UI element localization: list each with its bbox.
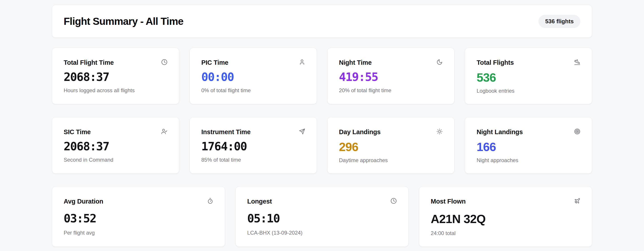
card-value: 296	[339, 140, 443, 154]
card-title: PIC Time	[201, 58, 228, 66]
card-sic-time: SIC Time 2068:37 Second in Command	[52, 117, 179, 174]
plane-icon	[574, 198, 580, 204]
card-night-time: Night Time 419:55 20% of total flight ti…	[327, 48, 454, 104]
card-subtitle: 0% of total flight time	[201, 87, 305, 94]
user-check-icon	[161, 128, 168, 134]
stats-grid-main: Total Flight Time 2068:37 Hours logged a…	[52, 48, 592, 174]
moon-icon	[436, 59, 443, 65]
card-subtitle: Hours logged across all flights	[64, 87, 168, 94]
stats-grid-bottom: Avg Duration 03:52 Per flight avg Longes…	[52, 186, 592, 247]
card-title: Total Flights	[476, 58, 514, 66]
card-value: 05:10	[247, 212, 397, 225]
card-longest: Longest 05:10 LCA-BHX (13-09-2024)	[236, 186, 409, 247]
card-value: 03:52	[64, 212, 213, 225]
card-value: A21N 32Q	[431, 212, 580, 226]
card-most-flown: Most Flown A21N 32Q 24:00 total	[419, 186, 592, 247]
card-instrument-time: Instrument Time 1764:00 85% of total tim…	[190, 117, 317, 174]
card-title: Day Landings	[339, 128, 381, 136]
card-subtitle: LCA-BHX (13-09-2024)	[247, 229, 397, 236]
plane-landing-icon	[574, 59, 580, 65]
card-total-flights: Total Flights 536 Logbook entries	[465, 48, 592, 104]
card-title: Night Landings	[476, 128, 523, 136]
sun-icon	[436, 128, 443, 134]
card-pic-time: PIC Time 00:00 0% of total flight time	[190, 48, 317, 104]
card-total-flight-time: Total Flight Time 2068:37 Hours logged a…	[52, 48, 179, 104]
card-day-landings: Day Landings 296 Daytime approaches	[327, 117, 454, 174]
card-avg-duration: Avg Duration 03:52 Per flight avg	[52, 186, 225, 247]
page-title: Flight Summary - All Time	[64, 15, 184, 27]
card-subtitle: 24:00 total	[431, 230, 580, 236]
card-value: 419:55	[339, 70, 443, 84]
card-value: 166	[476, 140, 580, 154]
card-subtitle: Daytime approaches	[339, 157, 443, 164]
card-value: 00:00	[201, 70, 305, 84]
card-title: SIC Time	[64, 128, 91, 136]
card-value: 1764:00	[201, 140, 305, 153]
card-value: 536	[476, 70, 580, 84]
summary-header-card: Flight Summary - All Time 536 flights	[52, 5, 592, 38]
card-value: 2068:37	[64, 140, 168, 153]
card-title: Most Flown	[431, 197, 466, 205]
flight-count-badge: 536 flights	[538, 15, 580, 28]
timer-icon	[207, 198, 213, 204]
card-subtitle: Logbook entries	[476, 87, 580, 94]
card-subtitle: Per flight avg	[64, 229, 213, 236]
card-title: Avg Duration	[64, 197, 103, 205]
card-subtitle: 20% of total flight time	[339, 87, 443, 94]
card-subtitle: 85% of total time	[201, 156, 305, 163]
card-title: Night Time	[339, 58, 372, 66]
card-subtitle: Night approaches	[476, 157, 580, 164]
send-icon	[299, 128, 305, 134]
clock-icon	[161, 59, 168, 65]
clock-icon	[390, 198, 397, 204]
card-title: Total Flight Time	[64, 58, 114, 66]
target-icon	[574, 128, 580, 134]
flight-summary-page: Flight Summary - All Time 536 flights To…	[52, 5, 592, 247]
card-title: Longest	[247, 197, 272, 205]
card-subtitle: Second in Command	[64, 156, 168, 163]
user-icon	[299, 59, 305, 65]
card-night-landings: Night Landings 166 Night approaches	[465, 117, 592, 174]
card-title: Instrument Time	[201, 128, 250, 136]
card-value: 2068:37	[64, 70, 168, 84]
